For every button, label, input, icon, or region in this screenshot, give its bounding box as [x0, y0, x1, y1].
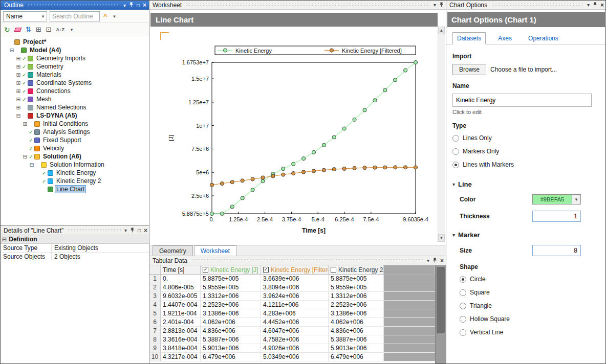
table-cell[interactable]: 2.2523e+006 [329, 301, 384, 309]
tab-geometry[interactable]: Geometry [153, 245, 193, 256]
table-cell[interactable]: 4.1211e+006 [261, 301, 329, 309]
table-row[interactable]: 72.8813e-0044.836e+0064.6047e+0064.836e+… [149, 327, 435, 335]
tree-item-solution-a6[interactable]: ⊟✓Solution (A6) [1, 152, 149, 161]
table-cell[interactable]: 3.6639e+006 [261, 275, 329, 283]
tree-item-initial-conditions[interactable]: ⊞Initial Conditions [1, 120, 149, 128]
column-checkbox[interactable]: ✓ [263, 267, 269, 272]
tab-operations[interactable]: Operations [524, 33, 562, 44]
pin-icon[interactable] [593, 2, 597, 8]
table-cell[interactable]: 3.1386e+006 [201, 309, 261, 317]
tree-item-mesh[interactable]: ⊞✓Mesh [1, 95, 149, 103]
expand-icon[interactable]: ⊞ [15, 96, 21, 103]
collapse-icon[interactable]: ⊟ [29, 162, 35, 168]
table-cell[interactable]: 5.9559e+005 [201, 283, 261, 291]
table-cell[interactable]: 3.3616e-004 [161, 335, 201, 344]
tabular-column-header[interactable]: Time [s] [161, 265, 201, 274]
expand-icon[interactable]: ⊞ [15, 63, 21, 70]
collapse-filter-icon[interactable]: ^ [102, 11, 109, 21]
table-cell[interactable]: 1.9211e-004 [161, 309, 201, 317]
worksheet-scrollbar[interactable]: ▲ ▼ [438, 27, 445, 242]
table-cell[interactable]: 4.806e-005 [161, 283, 201, 291]
tree-item-named-selections[interactable]: ⊞Named Selections [1, 103, 149, 111]
table-cell[interactable]: 4.283e+006 [261, 309, 329, 317]
table-row[interactable]: 93.8418e-0045.9013e+0064.9026e+0065.9013… [149, 344, 435, 353]
line-section-header[interactable]: ▾ Line [452, 180, 600, 188]
radio-shape-square[interactable]: Square [460, 286, 600, 299]
scrollbar-thumb[interactable] [437, 267, 445, 333]
column-checkbox[interactable]: ✓ [203, 267, 208, 272]
search-outline-input[interactable] [50, 11, 100, 21]
maximize-icon[interactable]: □ [138, 228, 141, 233]
expand-icon[interactable]: ⊞ [15, 104, 21, 111]
expand-icon[interactable]: ⊞ [15, 72, 21, 78]
table-cell[interactable]: 4.9026e+006 [261, 344, 329, 352]
tree-item-coordinate-systems[interactable]: ⊞✓Coordinate Systems [1, 79, 149, 87]
radio-shape-circle[interactable]: Circle [460, 272, 600, 286]
chevron-down-icon[interactable]: ▾ [434, 2, 436, 8]
table-row[interactable]: 51.9211e-0043.1386e+0064.283e+0063.1386e… [149, 309, 435, 318]
table-cell[interactable]: 4.836e+006 [329, 327, 384, 335]
chevron-down-icon[interactable]: ▾ [123, 3, 126, 8]
sort-alphabetical-icon[interactable]: A↓Z [55, 25, 66, 35]
tree-item-geometry[interactable]: ⊞✓Geometry [1, 62, 149, 71]
expand-all-icon[interactable]: ⊞ [35, 25, 42, 35]
tabular-column-header[interactable]: ✓Kinetic Energy [J] [201, 265, 261, 274]
browse-button[interactable]: Browse [452, 64, 486, 75]
table-cell[interactable]: 3.1386e+006 [329, 309, 384, 317]
expand-icon[interactable]: ⊞ [15, 55, 21, 62]
tree-item-velocity[interactable]: ✓Velocity [1, 144, 149, 152]
column-checkbox[interactable] [331, 267, 336, 272]
table-row[interactable]: 83.3616e-0045.3887e+0064.7582e+0065.3887… [149, 335, 435, 344]
tabular-column-header[interactable]: ✓Kinetic Energy [Filtered] [J] [261, 265, 329, 274]
sort-arrows-icon[interactable]: ⇅ [25, 25, 32, 35]
table-row[interactable]: 41.4407e-0042.2523e+0064.1211e+0062.2523… [149, 301, 435, 309]
table-cell[interactable]: 1.4407e-004 [161, 301, 201, 309]
tree-item-fixed-support[interactable]: ✓Fixed Support [1, 136, 149, 144]
chevron-down-icon[interactable]: ▾ [68, 27, 75, 32]
color-dropdown[interactable]: #9BEFA5 ▾ [532, 194, 581, 204]
show-hidden-icon[interactable]: ⊡ [45, 25, 53, 35]
table-cell[interactable]: 1.3312e+006 [201, 292, 261, 300]
table-cell[interactable]: 1.3312e+006 [329, 292, 384, 300]
expand-icon[interactable]: ⊞ [15, 88, 21, 95]
radio-type-markers-only[interactable]: Markers Only [452, 145, 600, 158]
table-cell[interactable]: 2.2523e+006 [201, 301, 261, 309]
details-property-value[interactable]: Existing Objects [52, 244, 149, 252]
radio-shape-vertical-line[interactable]: Vertical Line [460, 326, 600, 339]
pin-icon[interactable] [129, 2, 134, 8]
radio-shape-triangle[interactable]: Triangle [460, 299, 600, 312]
table-cell[interactable]: 5.3887e+006 [201, 335, 261, 344]
tree-item-geometry-imports[interactable]: ⊞✓Geometry Imports [1, 54, 149, 62]
tree-item-kinetic-energy[interactable]: ✓Kinetic Energy [1, 169, 149, 177]
tab-worksheet[interactable]: Worksheet [194, 245, 236, 256]
tree-item-project[interactable]: Project* [1, 38, 149, 46]
tabular-column-header[interactable]: Kinetic Energy 2 [J] [329, 265, 384, 274]
close-icon[interactable]: × [143, 3, 146, 8]
table-row[interactable]: 24.806e-0055.9559e+0053.8094e+0065.9559e… [149, 283, 435, 292]
table-cell[interactable]: 5.9013e+006 [329, 344, 384, 352]
table-cell[interactable]: 2.8813e-004 [161, 327, 201, 335]
table-cell[interactable]: 5.9559e+005 [329, 283, 384, 291]
table-cell[interactable]: 6.479e+006 [329, 353, 384, 361]
table-cell[interactable]: 5.3887e+006 [329, 335, 384, 344]
table-cell[interactable]: 3.9624e+006 [261, 292, 329, 300]
chevron-down-icon[interactable]: ▾ [124, 228, 127, 233]
table-cell[interactable]: 4.4452e+006 [261, 318, 329, 326]
tab-datasets[interactable]: Datasets [452, 32, 486, 44]
table-row[interactable]: 104.3217e-0046.479e+0065.0349e+0066.479e… [149, 353, 435, 361]
tree-item-materials[interactable]: ⊞✓Materials [1, 71, 149, 79]
dataset-name-input[interactable] [452, 94, 592, 107]
chevron-down-icon[interactable]: ▾ [111, 14, 118, 19]
tab-axes[interactable]: Axes [494, 33, 516, 44]
table-cell[interactable]: 6.479e+006 [201, 353, 261, 361]
collapse-icon[interactable]: ⊟ [22, 153, 28, 160]
close-icon[interactable]: × [144, 228, 147, 233]
radio-shape-hollow-square[interactable]: Hollow Square [460, 312, 600, 326]
table-cell[interactable]: 4.3217e-004 [161, 353, 201, 361]
details-property-value[interactable]: 2 Objects [52, 253, 149, 261]
collapse-icon[interactable]: ⊟ [2, 236, 7, 243]
tree-item-connections[interactable]: ⊞✓Connections [1, 87, 149, 95]
table-row[interactable]: 39.6032e-0051.3312e+0063.9624e+0061.3312… [149, 292, 435, 301]
maximize-icon[interactable]: □ [137, 3, 140, 8]
tree-item-line-chart[interactable]: Line Chart [1, 185, 149, 193]
